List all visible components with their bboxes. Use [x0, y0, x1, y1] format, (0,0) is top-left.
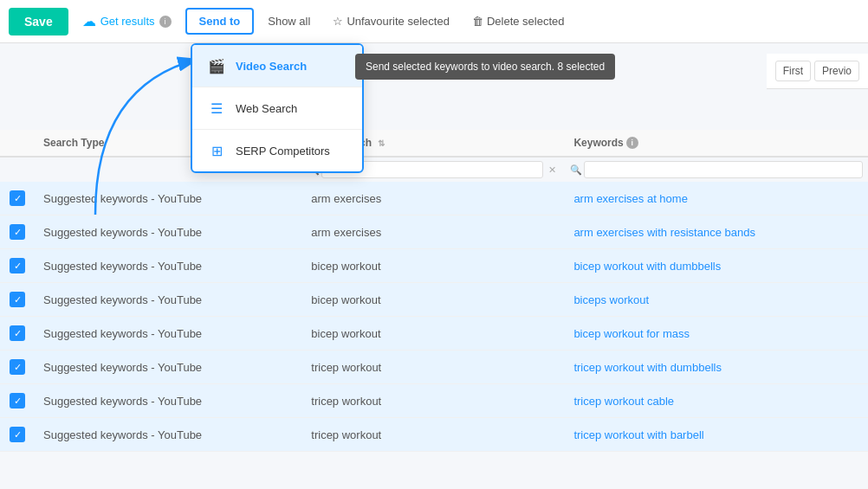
your-search-cell: tricep workout [302, 418, 565, 452]
search-type-cell: Suggested keywords - YouTube [35, 283, 302, 317]
keywords-filter-input[interactable] [584, 161, 863, 178]
table-header-row: Search Type Your Search ⇅ Keywords i [0, 130, 868, 157]
table-row: ✓Suggested keywords - YouTubetricep work… [0, 351, 868, 384]
row-checkbox-cell: ✓ [0, 351, 35, 384]
search-type-cell: Suggested keywords - YouTube [35, 351, 302, 384]
keyword-link[interactable]: biceps workout [573, 293, 649, 306]
keyword-cell: tricep workout cable [565, 384, 868, 418]
your-search-cell: bicep workout [302, 283, 565, 317]
table-row: ✓Suggested keywords - YouTubebicep worko… [0, 317, 868, 351]
table-row: ✓Suggested keywords - YouTubetricep work… [0, 418, 868, 452]
filter-checkbox-cell [0, 157, 35, 182]
your-search-cell: tricep workout [302, 384, 565, 418]
row-checkbox-cell: ✓ [0, 384, 35, 418]
keyword-cell: arm exercises at home [565, 182, 868, 216]
keyword-cell: arm exercises with resistance bands [565, 216, 868, 249]
keywords-info-icon[interactable]: i [626, 137, 638, 149]
dropdown-item-web-search[interactable]: ☰ Web Search [192, 87, 362, 129]
dropdown-menu: 🎬 Video Search ☰ Web Search ⊞ SERP Compe… [191, 43, 364, 173]
table-row: ✓Suggested keywords - YouTubebicep worko… [0, 283, 868, 317]
table-area: Search Type Your Search ⇅ Keywords i [0, 130, 868, 452]
row-checkbox-cell: ✓ [0, 317, 35, 351]
row-checkbox[interactable]: ✓ [10, 393, 25, 409]
send-to-button[interactable]: Send to [185, 8, 255, 35]
row-checkbox-cell: ✓ [0, 216, 35, 249]
your-search-cell: bicep workout [302, 249, 565, 283]
first-page-button[interactable]: First [775, 61, 811, 81]
row-checkbox[interactable]: ✓ [10, 427, 25, 442]
keyword-cell: biceps workout [565, 283, 868, 317]
web-search-icon: ☰ [206, 98, 227, 119]
keyword-cell: tricep workout with barbell [565, 418, 868, 452]
your-search-cell: arm exercises [302, 182, 565, 216]
prev-page-button[interactable]: Previo [814, 61, 859, 81]
serp-icon: ⊞ [206, 140, 227, 161]
keywords-header[interactable]: Keywords i [565, 130, 868, 157]
keyword-link[interactable]: tricep workout cable [573, 395, 674, 408]
show-all-button[interactable]: Show all [259, 10, 319, 33]
dropdown-item-video-search-label: Video Search [236, 60, 307, 73]
pagination-area: First Previo [767, 54, 868, 89]
row-checkbox-cell: ✓ [0, 283, 35, 317]
keywords-search-icon: 🔍 [570, 164, 582, 176]
send-to-tooltip: Send selected keywords to video search. … [355, 54, 615, 80]
keyword-link[interactable]: bicep workout for mass [573, 327, 690, 340]
row-checkbox[interactable]: ✓ [10, 359, 25, 375]
keyword-cell: bicep workout for mass [565, 317, 868, 351]
dropdown-item-serp-competitors[interactable]: ⊞ SERP Competitors [192, 130, 362, 171]
table-row: ✓Suggested keywords - YouTubetricep work… [0, 384, 868, 418]
your-search-cell: tricep workout [302, 351, 565, 384]
get-results-info-icon[interactable]: i [159, 16, 172, 28]
get-results-button[interactable]: ☁ Get results i [74, 8, 180, 35]
keyword-cell: tricep workout with dumbbells [565, 351, 868, 384]
video-search-icon: 🎬 [206, 55, 227, 76]
keywords-table: Search Type Your Search ⇅ Keywords i [0, 130, 868, 452]
send-to-dropdown: 🎬 Video Search ☰ Web Search ⊞ SERP Compe… [191, 43, 364, 173]
search-type-cell: Suggested keywords - YouTube [35, 317, 302, 351]
dropdown-item-serp-label: SERP Competitors [236, 145, 330, 158]
toolbar: Save ☁ Get results i Send to Show all ☆ … [0, 0, 868, 43]
row-checkbox[interactable]: ✓ [10, 224, 25, 240]
filter-row: 🔍 ✕ 🔍 [0, 157, 868, 182]
dropdown-item-video-search[interactable]: 🎬 Video Search [192, 45, 362, 87]
trash-icon: 🗑 [472, 15, 483, 28]
search-type-cell: Suggested keywords - YouTube [35, 216, 302, 249]
keyword-link[interactable]: tricep workout with barbell [573, 428, 703, 441]
search-type-cell: Suggested keywords - YouTube [35, 182, 302, 216]
table-body: ✓Suggested keywords - YouTubearm exercis… [0, 182, 868, 452]
delete-selected-button[interactable]: 🗑 Delete selected [463, 10, 573, 33]
row-checkbox-cell: ✓ [0, 182, 35, 216]
sort-icon: ⇅ [378, 138, 385, 148]
row-checkbox[interactable]: ✓ [10, 258, 25, 273]
keyword-link[interactable]: tricep workout with dumbbells [573, 361, 722, 374]
your-search-cell: bicep workout [302, 317, 565, 351]
search-type-cell: Suggested keywords - YouTube [35, 418, 302, 452]
checkbox-header [0, 130, 35, 157]
your-search-filter-clear[interactable]: ✕ [545, 164, 560, 176]
keyword-link[interactable]: bicep workout with dumbbells [573, 260, 721, 273]
row-checkbox[interactable]: ✓ [10, 190, 25, 206]
filter-keywords-cell: 🔍 [565, 157, 868, 182]
table-row: ✓Suggested keywords - YouTubearm exercis… [0, 182, 868, 216]
keyword-link[interactable]: arm exercises at home [573, 192, 688, 205]
save-button[interactable]: Save [9, 8, 68, 35]
your-search-cell: arm exercises [302, 216, 565, 249]
star-icon: ☆ [333, 15, 343, 28]
row-checkbox[interactable]: ✓ [10, 292, 25, 307]
row-checkbox[interactable]: ✓ [10, 325, 25, 341]
search-type-cell: Suggested keywords - YouTube [35, 249, 302, 283]
table-row: ✓Suggested keywords - YouTubearm exercis… [0, 216, 868, 249]
table-row: ✓Suggested keywords - YouTubebicep worko… [0, 249, 868, 283]
search-type-cell: Suggested keywords - YouTube [35, 384, 302, 418]
row-checkbox-cell: ✓ [0, 418, 35, 452]
unfavourite-selected-button[interactable]: ☆ Unfavourite selected [324, 10, 458, 33]
keyword-cell: bicep workout with dumbbells [565, 249, 868, 283]
cloud-icon: ☁ [82, 13, 96, 29]
keyword-link[interactable]: arm exercises with resistance bands [573, 226, 755, 239]
dropdown-item-web-search-label: Web Search [236, 102, 297, 115]
row-checkbox-cell: ✓ [0, 249, 35, 283]
